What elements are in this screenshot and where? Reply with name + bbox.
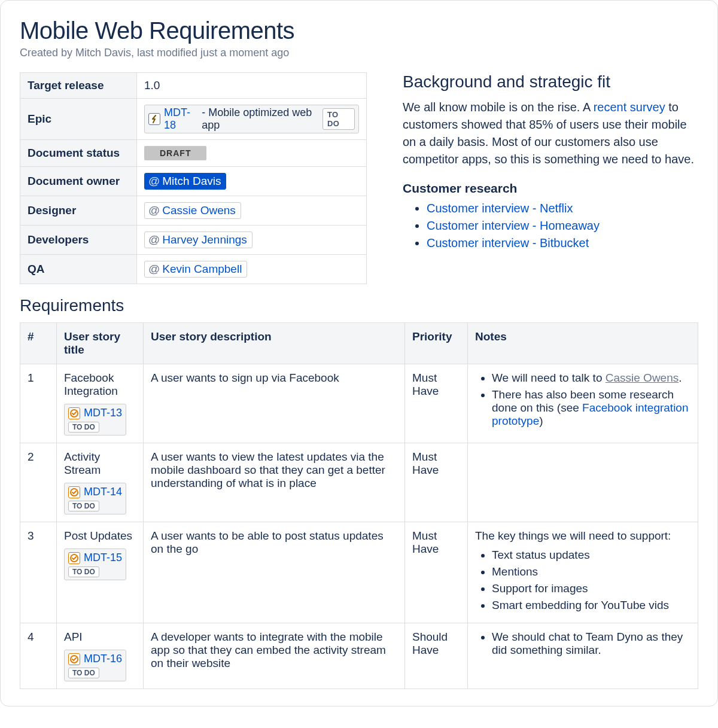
background-heading: Background and strategic fit — [403, 72, 698, 92]
issue-key: MDT-16 — [84, 653, 122, 665]
user-story-title: Activity Stream — [64, 450, 136, 477]
row-priority: Must Have — [405, 443, 468, 522]
mention-name: Cassie Owens — [162, 204, 236, 217]
mention-name: Harvey Jennings — [162, 233, 247, 246]
background-panel: Background and strategic fit We all know… — [403, 72, 698, 254]
row-description: A user wants to view the latest updates … — [144, 443, 405, 522]
col-notes: Notes — [468, 323, 698, 364]
designer-mention[interactable]: @ Cassie Owens — [144, 202, 241, 219]
background-paragraph: We all know mobile is on the rise. A rec… — [403, 99, 698, 168]
story-type-icon — [68, 552, 80, 564]
table-row: 1Facebook IntegrationMDT-13TO DOA user w… — [20, 364, 698, 443]
row-description: A user wants to sign up via Facebook — [144, 364, 405, 443]
epic-issue-pill[interactable]: MDT-18 - Mobile optimized web app TO DO — [144, 105, 359, 133]
at-icon: @ — [148, 175, 160, 188]
notes-item: Mentions — [492, 565, 690, 578]
notes-item: We will need to talk to Cassie Owens. — [492, 371, 690, 385]
at-icon: @ — [148, 204, 160, 217]
row-priority: Must Have — [405, 364, 468, 443]
row-title-cell: Facebook IntegrationMDT-13TO DO — [57, 364, 144, 443]
metadata-table: Target release 1.0 Epic MDT-18 - Mobile … — [20, 72, 367, 284]
meta-label-designer: Designer — [20, 196, 137, 226]
notes-item: Text status updates — [492, 549, 690, 562]
issue-status-lozenge: TO DO — [68, 501, 99, 511]
col-description: User story description — [144, 323, 405, 364]
story-type-icon — [68, 486, 80, 498]
mention-name: Kevin Campbell — [162, 263, 242, 276]
row-number: 3 — [20, 522, 57, 623]
row-notes: The key things we will need to support:T… — [468, 522, 698, 623]
notes-item: We should chat to Team Dyno as they did … — [492, 630, 690, 657]
note-text: We will need to talk to — [492, 371, 606, 384]
requirements-heading: Requirements — [20, 296, 698, 315]
epic-issue-key: MDT-18 — [164, 106, 198, 132]
epic-issue-summary: - Mobile optimized web app — [202, 106, 319, 132]
row-number: 1 — [20, 364, 57, 443]
row-priority: Must Have — [405, 522, 468, 623]
row-notes: We will need to talk to Cassie Owens.The… — [468, 364, 698, 443]
row-notes — [468, 443, 698, 522]
research-link[interactable]: Customer interview - Bitbucket — [427, 236, 589, 249]
issue-status-lozenge: TO DO — [68, 422, 99, 432]
user-story-title: Post Updates — [64, 529, 136, 543]
note-text: . — [679, 371, 682, 384]
epic-type-icon — [148, 113, 160, 125]
row-priority: Should Have — [405, 623, 468, 689]
notes-item: There has also been some research done o… — [492, 388, 690, 428]
col-title: User story title — [57, 323, 144, 364]
row-number: 4 — [20, 623, 57, 689]
row-description: A developer wants to integrate with the … — [144, 623, 405, 689]
col-priority: Priority — [405, 323, 468, 364]
qa-mention[interactable]: @ Kevin Campbell — [144, 261, 247, 278]
issue-chip[interactable]: MDT-14TO DO — [64, 483, 126, 514]
at-icon: @ — [148, 263, 160, 276]
table-row: 3Post UpdatesMDT-15TO DOA user wants to … — [20, 522, 698, 623]
requirements-table: # User story title User story descriptio… — [20, 322, 698, 689]
recent-survey-link[interactable]: recent survey — [594, 100, 665, 114]
table-row: 4APIMDT-16TO DOA developer wants to inte… — [20, 623, 698, 689]
page-byline: Created by Mitch Davis, last modified ju… — [20, 47, 698, 59]
doc-status-lozenge: DRAFT — [144, 146, 206, 160]
note-person-link[interactable]: Cassie Owens — [606, 371, 679, 384]
meta-label-doc-status: Document status — [20, 140, 137, 167]
row-title-cell: APIMDT-16TO DO — [57, 623, 144, 689]
doc-owner-mention[interactable]: @ Mitch Davis — [144, 173, 226, 190]
issue-key: MDT-14 — [84, 486, 122, 498]
issue-key: MDT-13 — [84, 407, 122, 419]
table-row: 2Activity StreamMDT-14TO DOA user wants … — [20, 443, 698, 522]
user-story-title: API — [64, 630, 136, 644]
background-text-pre: We all know mobile is on the rise. A — [403, 100, 594, 114]
row-title-cell: Post UpdatesMDT-15TO DO — [57, 522, 144, 623]
row-description: A user wants to be able to post status u… — [144, 522, 405, 623]
meta-label-target-release: Target release — [20, 73, 137, 99]
row-number: 2 — [20, 443, 57, 522]
user-story-title: Facebook Integration — [64, 371, 136, 398]
at-icon: @ — [148, 233, 160, 246]
research-link[interactable]: Customer interview - Homeaway — [427, 219, 600, 232]
issue-chip[interactable]: MDT-15TO DO — [64, 549, 126, 580]
notes-intro: The key things we will need to support: — [475, 529, 690, 543]
notes-item: Smart embedding for YouTube vids — [492, 599, 690, 612]
note-text: ) — [539, 415, 543, 427]
customer-research-heading: Customer research — [403, 181, 698, 196]
issue-chip[interactable]: MDT-16TO DO — [64, 650, 126, 681]
row-title-cell: Activity StreamMDT-14TO DO — [57, 443, 144, 522]
research-link[interactable]: Customer interview - Netflix — [427, 202, 573, 215]
notes-item: Support for images — [492, 582, 690, 595]
meta-value-target-release: 1.0 — [137, 73, 367, 99]
meta-label-epic: Epic — [20, 99, 137, 140]
meta-label-doc-owner: Document owner — [20, 167, 137, 196]
issue-status-lozenge: TO DO — [68, 566, 99, 577]
issue-status-lozenge: TO DO — [68, 668, 99, 678]
mention-name: Mitch Davis — [162, 175, 221, 188]
story-type-icon — [68, 407, 80, 419]
metadata-panel: Target release 1.0 Epic MDT-18 - Mobile … — [20, 72, 367, 284]
developers-mention[interactable]: @ Harvey Jennings — [144, 232, 252, 248]
customer-research-list: Customer interview - Netflix Customer in… — [403, 202, 698, 250]
issue-key: MDT-15 — [84, 552, 122, 564]
meta-label-developers: Developers — [20, 226, 137, 255]
row-notes: We should chat to Team Dyno as they did … — [468, 623, 698, 689]
story-type-icon — [68, 653, 80, 665]
epic-status-lozenge: TO DO — [323, 108, 355, 130]
issue-chip[interactable]: MDT-13TO DO — [64, 404, 126, 435]
